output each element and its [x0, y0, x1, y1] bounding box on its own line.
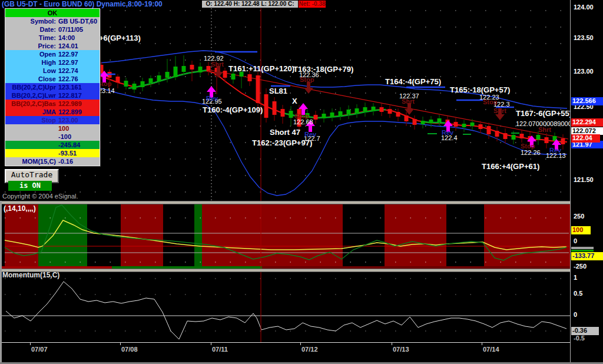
candle-body [281, 109, 285, 117]
candle-body [297, 109, 302, 127]
candle-body [207, 66, 211, 71]
bollinger-lower-line [99, 88, 567, 196]
candle-body [413, 119, 417, 125]
candle-body [322, 114, 326, 118]
candle-body [388, 109, 392, 114]
candle-body [372, 107, 376, 111]
candle-body [256, 75, 260, 103]
candle-body [520, 134, 524, 138]
buy-arrow-icon [443, 120, 453, 132]
momentum-label: Momentum(15,C) [2, 272, 59, 279]
candle-body [141, 81, 145, 87]
date-tick [30, 343, 31, 345]
candle-body [405, 115, 409, 121]
scale-label: 1 [574, 274, 577, 281]
candle-body [454, 122, 458, 127]
data-window-row: JMA122.899 [5, 108, 100, 116]
candle-body [149, 78, 153, 83]
candle-body [380, 107, 384, 112]
scale-label: 123.50 [574, 34, 594, 41]
copyright-text: Copyright © 2004 eSignal. [2, 193, 78, 200]
candle-body [116, 77, 120, 82]
data-window-row: -100 [5, 133, 100, 141]
candle-body [223, 71, 227, 78]
data-window-row: Symbol:GB U5-DT,60 [5, 17, 100, 25]
momentum-panel[interactable]: Momentum(15,C) [0, 270, 570, 342]
candle-body [339, 111, 343, 116]
buy-arrow-icon [207, 86, 216, 98]
date-label: 07/14 [483, 346, 499, 353]
candle-body [314, 115, 318, 120]
autotrade-status-badge: is ON [8, 181, 52, 191]
candle-body [503, 133, 508, 139]
regime-stripe [385, 203, 446, 267]
date-label: 07/08 [121, 346, 138, 353]
data-window-row: Open122.97 [5, 50, 100, 58]
scale-label: 250 [574, 213, 584, 220]
candle-body [190, 65, 194, 70]
sell-arrow-icon [495, 108, 505, 120]
candle-body [479, 124, 483, 129]
candle-body [157, 75, 161, 81]
regime-stripe [343, 203, 385, 267]
candle-body [396, 112, 400, 117]
window-frame-left [0, 201, 2, 364]
date-label: 07/12 [302, 346, 318, 353]
data-window-row: Time:14:00 [5, 34, 100, 42]
candle-body [462, 124, 466, 127]
price-scale[interactable]: 124.00123.50123.00122.50121.50122.566122… [570, 0, 603, 364]
regime-stripe [121, 203, 163, 267]
candle-body [347, 110, 351, 114]
data-window-row: 100 [5, 124, 100, 133]
candle-body [512, 135, 516, 140]
data-window-row: BB(20,2,C)Upr123.161 [5, 83, 100, 91]
candle-body [165, 72, 170, 78]
data-window-row: High122.97 [5, 58, 100, 67]
date-tick [392, 343, 392, 345]
data-window-row: MOM(15,C)-0.16 [5, 157, 100, 166]
date-tick [211, 343, 211, 345]
candle-body [264, 94, 269, 118]
data-window-row: Price:124.01 [5, 42, 100, 50]
date-tick [482, 343, 482, 345]
scale-label: -250 [574, 263, 587, 270]
candle-body [471, 123, 475, 126]
candle-body [240, 72, 244, 77]
candle-body [182, 66, 186, 72]
candle-body [421, 121, 425, 124]
regime-stripe [5, 203, 38, 267]
scale-label: 0.5 [574, 290, 582, 297]
bollinger-upper-line [99, 51, 567, 108]
panel-divider-2[interactable] [0, 269, 570, 272]
candle-body [363, 107, 367, 112]
regime-stripe [38, 203, 87, 267]
scale-value-badge: 122.566 [571, 97, 603, 105]
candle-body [289, 111, 293, 118]
candle-body [495, 131, 499, 137]
scale-label: 0 [574, 237, 577, 244]
panel-divider-1[interactable] [0, 201, 570, 204]
date-label: 07/13 [393, 346, 409, 353]
regime-stripe [446, 203, 484, 267]
scale-mini-bar [571, 250, 594, 252]
data-window-row: BB(20,2,C)Bas122.989 [5, 100, 100, 108]
scale-value-badge: 100 [571, 226, 591, 234]
date-axis[interactable]: 07/0707/0807/1107/1207/1307/14 [0, 342, 570, 364]
scale-value-badge: -133.77 [571, 252, 603, 260]
scale-value-badge: -0.36 [571, 327, 599, 335]
candle-body [536, 135, 541, 140]
data-window-row: Low122.74 [5, 67, 100, 75]
data-window-row: Date:07/11/05 [5, 25, 100, 34]
momentum-line [6, 282, 566, 339]
candle-body [355, 108, 359, 113]
chart-window: (GB U5-DT - Euro BUND 60) Dynamic,8:00-1… [0, 0, 603, 364]
oscillator-panel[interactable]: (,14,10,,,,) [0, 203, 570, 269]
scale-label: 123.00 [574, 68, 594, 75]
scale-label: 121.50 [574, 176, 594, 183]
regime-stripe [202, 203, 343, 267]
scale-label: -0.5 [574, 335, 585, 342]
data-window: OKSymbol:GB U5-DT,60Date:07/11/05Time:14… [5, 8, 100, 166]
candle-body [124, 81, 128, 87]
regime-stripe [163, 203, 194, 267]
data-window-row[interactable]: OK [5, 9, 100, 17]
